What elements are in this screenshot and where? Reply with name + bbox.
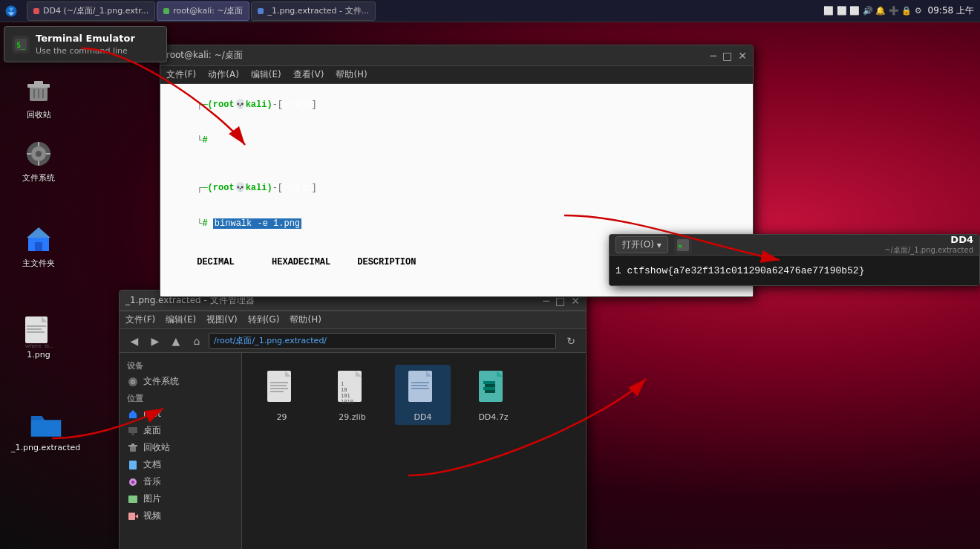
fm-menu-goto[interactable]: 转到(G) xyxy=(248,314,280,326)
fm-menu-help[interactable]: 帮助(H) xyxy=(290,314,321,326)
svg-rect-20 xyxy=(27,325,46,327)
taskbar-dot xyxy=(258,8,264,14)
desktop-icon-png[interactable]: where_is... 1.png xyxy=(22,315,55,360)
file-item-29zlib[interactable]: 1 10 101 1010 29.zlib xyxy=(324,365,380,425)
tooltip-title: Terminal Emulator xyxy=(36,33,135,44)
taskbar-dot xyxy=(163,8,169,14)
taskbar-dot xyxy=(33,8,39,14)
file-item-dd4[interactable]: DD4 xyxy=(395,365,451,425)
fm-sidebar-pictures[interactable]: 图片 xyxy=(120,490,241,507)
fm-home-button[interactable]: ⌂ xyxy=(188,332,206,350)
fm-body: 设备 文件系统 位置 root 桌面 xyxy=(120,353,586,549)
dd4-open-button[interactable]: 打开(O) ▾ xyxy=(615,236,668,253)
terminal-menu-help[interactable]: 帮助(H) xyxy=(336,68,367,81)
kali-logo-icon[interactable] xyxy=(3,3,19,19)
taskbar-app-dd4[interactable]: DD4 (~/桌面/_1.png.extr... xyxy=(27,1,155,21)
fm-forward-button[interactable]: ▶ xyxy=(146,332,164,350)
tooltip-text: Terminal Emulator Use the command line xyxy=(36,33,135,56)
file-name-dd4-7z: DD4.7z xyxy=(478,412,508,422)
fm-sidebar-music[interactable]: 音乐 xyxy=(120,473,241,490)
recycle-label: 回收站 xyxy=(27,109,51,120)
tooltip-popup: $_ Terminal Emulator Use the command lin… xyxy=(4,26,167,62)
svg-rect-59 xyxy=(483,381,495,384)
png-file-icon: where_is... xyxy=(22,315,55,348)
filesystem-sidebar-icon xyxy=(127,376,139,388)
desktop-icon-recycle[interactable]: 回收站 xyxy=(22,74,55,120)
svg-rect-22 xyxy=(27,331,45,333)
terminal-minimize[interactable]: ─ xyxy=(710,50,716,62)
taskbar-right: ⬜ ⬜ ⬜ 🔊 🔔 ➕ 🔒 ⚙ 09:58 上午 xyxy=(823,4,980,17)
svg-rect-31 xyxy=(130,446,136,452)
file-manager-window: _1.png.extracted - 文件管理器 ─ □ ✕ 文件(F) 编辑(… xyxy=(119,290,587,549)
svg-point-36 xyxy=(131,481,134,484)
fm-sidebar: 设备 文件系统 位置 root 桌面 xyxy=(120,353,242,549)
terminal-titlebar: root@kali: ~/桌面 ─ □ ✕ xyxy=(160,45,753,66)
file-name-29zlib: 29.zlib xyxy=(339,412,365,422)
desktop-icon-home[interactable]: 主文件夹 xyxy=(22,223,55,269)
fm-up-button[interactable]: ▲ xyxy=(167,332,185,350)
fm-menu-edit[interactable]: 编辑(E) xyxy=(166,314,196,326)
dd4-filename: DD4 xyxy=(884,234,973,245)
fm-main-area: 29 1 10 101 1010 29.zlib xyxy=(242,353,586,549)
docs-sidebar-icon xyxy=(127,459,139,471)
file-item-dd4-7z[interactable]: DD4.7z xyxy=(466,365,521,425)
term-line-3: ┌─(root💀kali)-[~/桌面] xyxy=(165,170,748,206)
svg-text:101: 101 xyxy=(341,393,350,399)
png-label: 1.png xyxy=(27,350,50,360)
file-name-29: 29 xyxy=(277,412,287,422)
terminal-maximize[interactable]: □ xyxy=(722,50,732,62)
fm-menu-file[interactable]: 文件(F) xyxy=(125,314,155,326)
fm-sidebar-trash[interactable]: 回收站 xyxy=(120,439,241,456)
taskbar-app-terminal[interactable]: root@kali: ~/桌面 xyxy=(157,1,249,21)
fm-sidebar-filesystem[interactable]: 文件系统 xyxy=(120,373,241,390)
svg-text:$_: $_ xyxy=(16,41,26,50)
folder-label: _1.png.extracted xyxy=(11,443,80,452)
desktop-icon-folder[interactable]: _1.png.extracted xyxy=(11,408,80,452)
terminal-small-icon: $_ xyxy=(12,36,30,53)
file-name-dd4: DD4 xyxy=(414,412,432,422)
terminal-menu-file[interactable]: 文件(F) xyxy=(166,68,196,81)
fm-sidebar-docs[interactable]: 文档 xyxy=(120,456,241,473)
filesystem-icon xyxy=(22,137,55,170)
fm-sidebar-desktop[interactable]: 桌面 xyxy=(120,422,241,439)
tooltip-subtitle: Use the command line xyxy=(36,46,135,56)
dd4-flag-text: 1 ctfshow{a7e32f131c011290a62476ae77190b… xyxy=(615,265,864,276)
dd4-icon: ≡ xyxy=(674,236,692,254)
svg-text:10: 10 xyxy=(341,387,347,393)
terminal-menu-view[interactable]: 查看(V) xyxy=(293,68,324,81)
file-icon-29 xyxy=(264,368,300,409)
terminal-menu-edit[interactable]: 编辑(E) xyxy=(251,68,281,81)
command-highlight: binwalk -e 1.png xyxy=(213,218,301,229)
svg-rect-33 xyxy=(131,444,134,445)
fm-sidebar-root[interactable]: root xyxy=(120,406,241,422)
pictures-sidebar-icon xyxy=(127,493,139,505)
fm-back-button[interactable]: ◀ xyxy=(125,332,143,350)
terminal-close[interactable]: ✕ xyxy=(738,50,747,62)
term-line-blank xyxy=(165,158,748,170)
svg-rect-61 xyxy=(483,387,495,390)
desktop-icon-filesystem[interactable]: 文件系统 xyxy=(22,137,55,183)
dd4-title-area: DD4 ~/桌面/_1.png.extracted xyxy=(884,234,973,256)
taskbar-apps: DD4 (~/桌面/_1.png.extr... root@kali: ~/桌面… xyxy=(27,1,376,21)
svg-point-28 xyxy=(132,381,134,383)
taskbar-app-label: root@kali: ~/桌面 xyxy=(173,5,243,16)
music-sidebar-icon xyxy=(127,476,139,488)
svg-marker-39 xyxy=(135,514,138,519)
file-item-29[interactable]: 29 xyxy=(254,365,310,425)
fm-menu-view[interactable]: 视图(V) xyxy=(206,314,238,326)
terminal-menu-action[interactable]: 动作(A) xyxy=(208,68,239,81)
terminal-controls: ─ □ ✕ xyxy=(710,50,747,62)
svg-rect-29 xyxy=(128,427,137,433)
desktop-sidebar-icon xyxy=(127,425,139,437)
taskbar-app-filemanager[interactable]: _1.png.extracted - 文件... xyxy=(251,1,376,21)
fm-refresh-button[interactable]: ↻ xyxy=(562,332,580,350)
clock: 09:58 上午 xyxy=(928,4,974,17)
svg-rect-37 xyxy=(128,496,137,503)
svg-point-11 xyxy=(36,151,42,157)
file-icon-29zlib: 1 10 101 1010 xyxy=(335,368,370,409)
fm-sidebar-videos[interactable]: 视频 xyxy=(120,507,241,524)
trash-sidebar-icon xyxy=(127,442,139,454)
taskbar-left: DD4 (~/桌面/_1.png.extr... root@kali: ~/桌面… xyxy=(0,1,376,21)
fm-path-bar[interactable]: /root/桌面/_1.png.extracted/ xyxy=(209,333,556,349)
svg-rect-32 xyxy=(128,445,137,446)
